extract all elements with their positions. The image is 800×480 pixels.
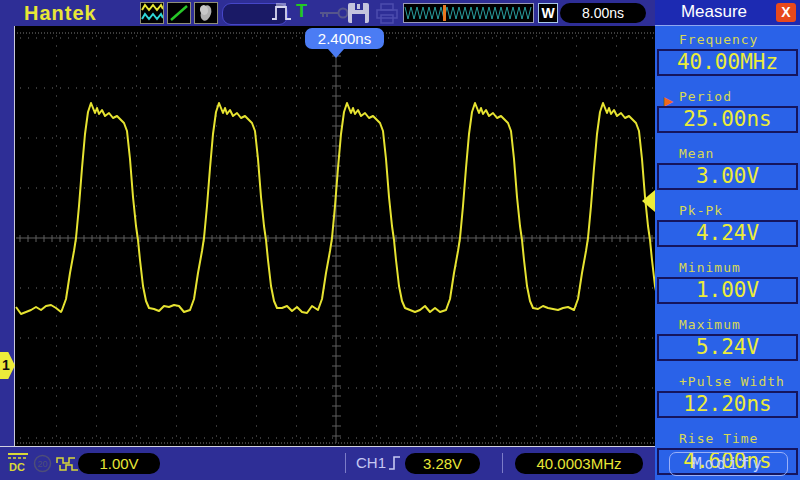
svg-text:20: 20 [37, 459, 47, 469]
volts-per-div-readout: 1.00V [78, 453, 160, 474]
measure-panel-title: Measure [655, 2, 773, 22]
window-mode-badge[interactable]: W [538, 3, 558, 23]
measurement-value: 40.00MHz [657, 49, 798, 76]
measurement-label: Maximum [679, 317, 800, 331]
measurement-label: +Pulse Width [679, 374, 800, 388]
frequency-counter-readout: 40.0003MHz [515, 453, 643, 474]
measurement-value: 4.24V [657, 220, 798, 247]
preview-waveform [404, 4, 533, 22]
timebase-readout: 8.00ns [560, 3, 646, 23]
pulse-shape-icon[interactable] [270, 2, 294, 24]
graticule: 2.400ns [14, 26, 655, 446]
measurement-list: Frequency40.00MHz▶Period25.00nsMean3.00V… [655, 27, 800, 480]
save-floppy-icon[interactable] [347, 2, 371, 24]
svg-text:DC: DC [9, 461, 25, 473]
measurement-label: Pk-Pk [679, 203, 800, 217]
draw-line-glyph [168, 3, 190, 23]
measurement-item[interactable]: Maximum5.24V [655, 317, 800, 369]
measurement-label: Period [679, 89, 800, 103]
pan-hand-icon[interactable] [194, 2, 218, 24]
measurement-label: Mean [679, 146, 800, 160]
measurement-item[interactable]: Minimum1.00V [655, 260, 800, 312]
top-toolbar: Hantek T [0, 0, 655, 27]
key-lock-icon[interactable] [316, 2, 350, 23]
dc-coupling-icon[interactable]: DC [6, 452, 30, 474]
status-bar: DC 20 1.00V CH1 3.28V 40.0003MHz [0, 447, 655, 480]
measure-panel-header: Measure X [655, 0, 800, 26]
trigger-position-tag[interactable]: 2.400ns [305, 28, 384, 49]
plot-area: 2.400ns 1 [0, 26, 655, 447]
close-icon[interactable]: X [776, 3, 796, 22]
trigger-source-label: CH1 [356, 454, 386, 471]
measurement-label: Minimum [679, 260, 800, 274]
measurement-value: 5.24V [657, 334, 798, 361]
bandwidth-limit-icon[interactable]: 20 [33, 454, 52, 473]
scope-trace [15, 26, 656, 446]
measurement-item[interactable]: ▶Period25.00ns [655, 89, 800, 141]
statusbar-separator [345, 453, 346, 473]
trigger-level-readout: 3.28V [405, 453, 480, 474]
channel1-ground-marker[interactable]: 1 [0, 352, 15, 379]
channel-waveforms-glyph [141, 3, 163, 23]
measurement-item[interactable]: Mean3.00V [655, 146, 800, 198]
statusbar-separator [502, 453, 503, 473]
measurement-value: 1.00V [657, 277, 798, 304]
measurement-value: 12.20ns [657, 391, 798, 418]
measurement-label: Rise Time [679, 431, 800, 445]
waveform-preview-bar[interactable] [403, 3, 534, 23]
measure-panel: Measure X Frequency40.00MHz▶Period25.00n… [655, 0, 800, 480]
brand-logo: Hantek [24, 2, 97, 25]
channel-waveforms-icon[interactable] [140, 2, 164, 24]
modify-button[interactable]: Modify [669, 452, 788, 476]
preview-position-cursor[interactable] [443, 5, 446, 21]
print-icon[interactable] [374, 2, 400, 24]
measurement-item[interactable]: Frequency40.00MHz [655, 32, 800, 84]
pan-hand-glyph [195, 3, 217, 23]
measurement-value: 3.00V [657, 163, 798, 190]
measurement-item[interactable]: Pk-Pk4.24V [655, 203, 800, 255]
measurement-item[interactable]: +Pulse Width12.20ns [655, 374, 800, 426]
square-wave-icon[interactable] [56, 455, 80, 473]
draw-line-icon[interactable] [167, 2, 191, 24]
trigger-t-icon[interactable]: T [296, 1, 307, 22]
oscilloscope-screen: Hantek T [0, 0, 800, 480]
rising-edge-icon[interactable] [388, 453, 402, 473]
measurement-value: 25.00ns [657, 106, 798, 133]
measurement-label: Frequency [679, 32, 800, 46]
trigger-position-pointer [328, 49, 344, 58]
